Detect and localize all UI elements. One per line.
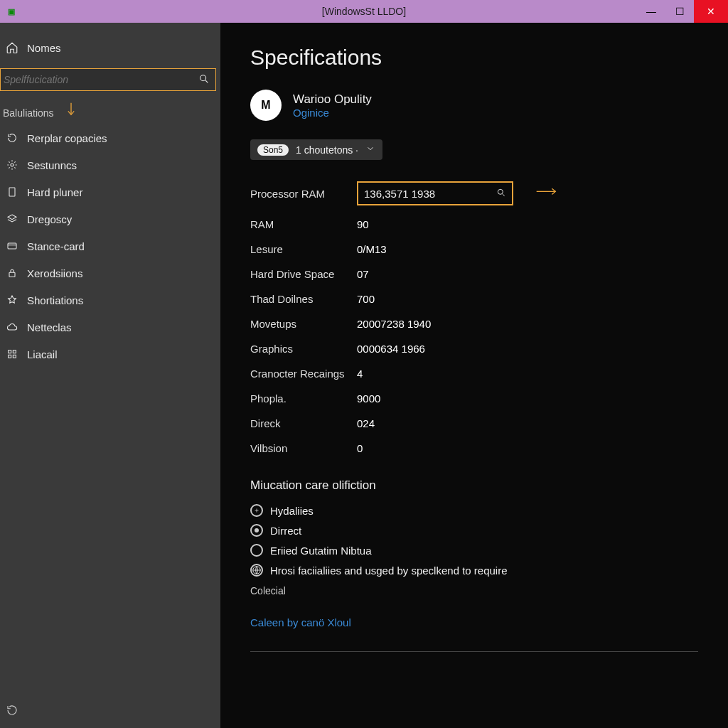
page-heading: Specifications <box>250 46 698 70</box>
bottom-link[interactable]: Caleen by canö Xloul <box>250 616 698 628</box>
radio-eriied[interactable]: Eriied Gutatim Nibtua <box>250 544 698 557</box>
spec-label: Lesure <box>250 243 357 255</box>
spec-label: Movetups <box>250 318 357 330</box>
main-panel: Specifications M Warioo Opulity Oginice … <box>220 23 728 728</box>
sidebar-item-label: Xerodsiions <box>27 267 82 279</box>
maximize-button[interactable]: ☐ <box>665 0 694 23</box>
sidebar-bottom-icon[interactable] <box>0 695 220 728</box>
svg-rect-8 <box>13 355 16 358</box>
sidebar-item-netteclas[interactable]: Netteclas <box>0 314 220 341</box>
sidebar-item-label: Hard pluner <box>27 186 82 198</box>
svg-point-1 <box>11 164 14 166</box>
spec-label: Graphics <box>250 343 357 355</box>
profile-link[interactable]: Oginice <box>293 107 372 119</box>
sidebar-item-stance-card[interactable]: Stance-card <box>0 232 220 259</box>
lock-icon <box>6 267 18 279</box>
svg-rect-7 <box>9 355 11 358</box>
spec-value: 0 <box>357 442 528 454</box>
profile-row: M Warioo Opulity Oginice <box>250 90 698 121</box>
search-icon <box>198 73 210 87</box>
radio-label: Eriied Gutatim Nibtua <box>270 545 372 557</box>
svg-point-0 <box>200 75 206 80</box>
globe-icon <box>250 564 263 577</box>
sidebar-item-label: Dregoscy <box>27 213 72 225</box>
svg-rect-4 <box>9 272 15 277</box>
sidebar-item-liacail[interactable]: Liacail <box>0 341 220 368</box>
cloud-icon <box>6 321 18 333</box>
sort-label: 1 choutetons · <box>296 144 358 156</box>
avatar[interactable]: M <box>250 90 282 121</box>
titlebar: ▣ [WindowsSt LLDO] — ☐ ✕ <box>0 0 728 23</box>
radio-icon <box>250 544 263 557</box>
radio-label: Dirrect <box>270 525 301 537</box>
search-input[interactable] <box>4 74 198 85</box>
spec-label: RAM <box>250 218 357 230</box>
sidebar-item-label: Rerplar copacies <box>27 132 107 144</box>
sidebar-item-rerplar[interactable]: Rerplar copacies <box>0 124 220 151</box>
radio-dirrect[interactable]: Dirrect <box>250 524 698 537</box>
window-title: [WindowsSt LLDO] <box>0 6 728 17</box>
refresh-icon <box>6 132 18 144</box>
spec-label: Phopla. <box>250 392 357 405</box>
radio-trail: Colecial <box>250 585 698 596</box>
search-icon <box>496 188 506 200</box>
radio-hrosi[interactable]: Hrosi faciialiies and usged by speclkend… <box>250 564 698 577</box>
sidebar-sublabel: Baluliations <box>0 103 57 120</box>
spec-value: 4 <box>357 368 528 380</box>
spec-field-value: 136,3571 1938 <box>364 188 435 200</box>
sidebar-item-hard-pluner[interactable]: Hard pluner <box>0 178 220 205</box>
radio-icon <box>250 524 263 537</box>
spec-label: Thad Doilnes <box>250 293 357 305</box>
close-button[interactable]: ✕ <box>694 0 728 23</box>
radio-icon <box>250 504 263 517</box>
arrow-right-icon <box>528 186 570 202</box>
specs-grid: Processor RAM 136,3571 1938 RAM 90 Lesur… <box>250 181 698 454</box>
chevron-down-icon <box>365 144 375 156</box>
sidebar-item-dregoscy[interactable]: Dregoscy <box>0 205 220 232</box>
spec-value: 0000634 1966 <box>357 343 528 355</box>
sidebar-item-label: Sestunncs <box>27 159 77 171</box>
svg-rect-6 <box>13 350 16 353</box>
app-icon: ▣ <box>0 0 23 23</box>
sidebar-item-shortiations[interactable]: Shortiations <box>0 287 220 314</box>
sidebar-item-xerodsiions[interactable]: Xerodsiions <box>0 259 220 287</box>
spec-value: 024 <box>357 417 528 429</box>
home-icon <box>6 41 18 54</box>
spec-label: Processor RAM <box>250 188 357 200</box>
spec-label: Vilbsion <box>250 442 357 454</box>
sidebar-home[interactable]: Nomes <box>0 34 220 61</box>
spec-label: Cranocter Recaings <box>250 368 357 380</box>
divider <box>250 651 698 652</box>
spec-value: 20007238 1940 <box>357 318 528 330</box>
layers-icon <box>6 213 18 225</box>
section-subheading: Miucation care olifiction <box>250 478 698 493</box>
sidebar-item-sestunas[interactable]: Sestunncs <box>0 151 220 178</box>
sort-dropdown[interactable]: Son5 1 choutetons · <box>250 139 382 160</box>
spec-value: 0/M13 <box>357 243 528 255</box>
sidebar-item-label: Netteclas <box>27 321 72 333</box>
spec-label: Direck <box>250 417 357 429</box>
profile-name: Warioo Opulity <box>293 92 372 107</box>
spec-label: Hard Drive Space <box>250 268 357 280</box>
svg-rect-3 <box>8 243 16 249</box>
radio-hydaliies[interactable]: Hydaliies <box>250 504 698 517</box>
gear-icon <box>6 159 18 171</box>
sidebar-search[interactable] <box>0 68 216 91</box>
sort-pill: Son5 <box>257 144 289 156</box>
star-icon <box>6 294 18 306</box>
arrow-down-icon <box>64 98 78 122</box>
sidebar-item-label: Shortiations <box>27 294 83 306</box>
svg-rect-5 <box>9 350 11 353</box>
spec-value: 07 <box>357 268 528 280</box>
sidebar-item-label: Stance-card <box>27 240 85 252</box>
grid-icon <box>6 348 18 360</box>
radio-label: Hrosi faciialiies and usged by speclkend… <box>270 564 508 577</box>
radio-list: Hydaliies Dirrect Eriied Gutatim Nibtua … <box>250 504 698 596</box>
radio-label: Hydaliies <box>270 505 314 517</box>
card-icon <box>6 240 18 252</box>
svg-rect-2 <box>9 188 15 196</box>
spec-field-processor[interactable]: 136,3571 1938 <box>357 181 513 205</box>
minimize-button[interactable]: — <box>637 0 665 23</box>
spec-value: 90 <box>357 218 528 230</box>
spec-value: 700 <box>357 293 528 305</box>
